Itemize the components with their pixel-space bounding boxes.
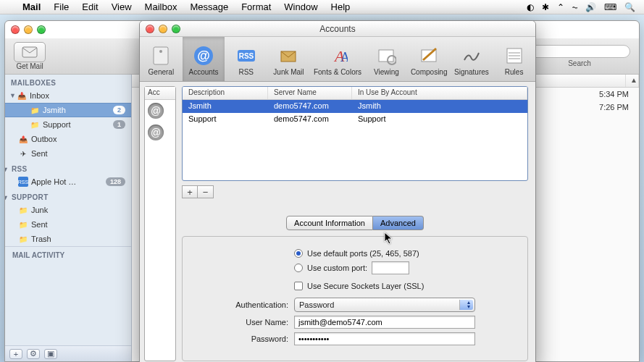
outbox-icon: 📤 [18,134,28,144]
authentication-select[interactable]: Password ▴▾ [294,298,475,312]
volume-icon[interactable]: 🔊 [585,2,596,12]
sidebar-item-label: Apple Hot … [31,177,76,186]
sidebar-item-jsmith[interactable]: 📁 Jsmith 2 [5,103,131,117]
wifi-icon[interactable]: ⌃ [557,2,564,12]
sidebar-item-label: Jsmith [43,106,66,114]
tab-signatures[interactable]: Signatures [451,37,493,81]
mail-activity-label: MAIL ACTIVITY [5,246,131,264]
sidebar-item-label: Junk [31,206,48,214]
account-row[interactable]: @ [145,100,175,122]
menu-help[interactable]: Help [325,1,357,12]
column-header[interactable]: Server Name [268,87,352,99]
search-input[interactable] [529,45,630,58]
sidebar-item-inbox[interactable]: ▼ 📥 Inbox [5,88,131,103]
menu-view[interactable]: View [105,1,138,12]
spotlight-icon[interactable]: 🔍 [624,2,635,12]
menu-mailbox[interactable]: Mailbox [138,1,184,12]
menu-edit[interactable]: Edit [75,1,104,12]
tab-composing[interactable]: Composing [408,37,451,81]
zoom-icon[interactable] [37,25,46,34]
action-button[interactable]: ⚙ [27,349,40,359]
accounts-source-list: Acc @ @ [144,86,176,361]
close-icon[interactable] [11,25,20,34]
svg-text:A: A [340,50,348,64]
tab-viewing[interactable]: Viewing [365,37,408,81]
servers-table: Description Server Name In Use By Accoun… [182,86,528,181]
tab-general[interactable]: General [140,37,183,81]
input-icon[interactable]: ⌨ [604,2,616,12]
menu-file[interactable]: File [47,1,75,12]
menu-window[interactable]: Window [277,1,324,12]
password-field[interactable] [294,332,475,345]
mailbox-icon: 📁 [30,119,40,130]
tab-account-information[interactable]: Account Information [286,216,373,230]
tab-accounts[interactable]: @Accounts [183,37,225,81]
mailbox-icon: 📁 [30,105,40,115]
remove-server-button[interactable]: − [198,185,214,198]
sidebar-item-label: Outbox [31,135,57,143]
sidebar-item-sent[interactable]: ✈ Sent [5,146,131,161]
tab-junk-mail[interactable]: Junk Mail [267,37,310,81]
sidebar-item-apple-hot[interactable]: RSS Apple Hot … 128 [5,174,131,189]
sidebar-item-support[interactable]: 📁 Support 1 [5,117,131,132]
svg-text:RSS: RSS [238,52,254,60]
section-support: ▼ SUPPORT [5,189,131,203]
svg-text:@: @ [197,49,210,63]
ssl-checkbox[interactable] [294,282,303,290]
sidebar-item-trash[interactable]: 📁 Trash [5,232,131,246]
minimize-icon[interactable] [24,25,33,34]
sidebar-item-label: Sent [31,220,48,229]
airport-icon[interactable]: ⏦ [572,2,577,12]
inbox-icon: 📥 [17,90,27,101]
sort-icon[interactable]: ▲ [626,75,639,87]
ssl-label: Use Secure Sockets Layer (SSL) [307,282,424,290]
password-label: Password: [193,334,294,343]
tab-rss[interactable]: RSSRSS [225,37,267,81]
sidebar-item-junk[interactable]: 📁 Junk [5,203,131,217]
column-header[interactable]: In Use By Account [352,87,527,99]
get-mail-label: Get Mail [16,62,43,70]
disclosure-icon[interactable]: ▼ [4,166,9,173]
tab-fonts-colors[interactable]: AAFonts & Colors [310,37,365,81]
at-icon: @ [148,125,164,140]
authentication-label: Authentication: [193,300,294,309]
username-label: User Name: [193,318,294,327]
custom-port-radio[interactable] [294,264,303,272]
sidebar-item-label: Support [43,120,71,129]
account-row[interactable]: @ [145,122,175,143]
disclosure-icon[interactable]: ▼ [9,92,17,99]
sidebar-item-outbox[interactable]: 📤 Outbox [5,132,131,146]
tray-icon[interactable]: ◐ [527,2,534,12]
menu-message[interactable]: Message [183,1,235,12]
get-mail-button[interactable]: Get Mail [14,42,46,70]
unread-badge: 128 [106,177,125,186]
bluetooth-icon[interactable]: ✱ [542,2,549,12]
sidebar-item-label: Inbox [30,91,49,100]
sent-icon: ✈ [18,148,28,159]
chevron-updown-icon: ▴▾ [467,300,470,309]
sidebar-item-sent2[interactable]: 📁 Sent [5,217,131,232]
show-button[interactable]: ▣ [44,349,57,359]
tab-rules[interactable]: Rules [493,37,535,81]
svg-rect-0 [22,47,37,57]
table-row[interactable]: Support demo5747.com Support [183,113,527,126]
unread-badge: 2 [113,106,125,114]
rss-icon: RSS [18,177,28,187]
unread-badge: 1 [113,120,125,129]
column-header[interactable]: Acc [145,87,175,100]
username-field[interactable] [294,316,475,329]
tab-advanced[interactable]: Advanced [373,216,424,230]
custom-port-label: Use custom port: [307,264,367,272]
section-rss: ▼ RSS [5,161,131,174]
table-row[interactable]: Jsmith demo5747.com Jsmith [183,100,527,113]
prefs-toolbar: General @Accounts RSSRSS Junk Mail AAFon… [140,37,535,82]
default-ports-radio[interactable] [294,249,303,258]
custom-port-field[interactable] [372,261,409,274]
column-header[interactable]: Description [183,87,268,99]
app-menu[interactable]: Mail [16,1,47,12]
add-button[interactable]: + [9,349,22,359]
add-server-button[interactable]: + [182,185,198,198]
sidebar-item-label: Sent [31,149,48,158]
disclosure-icon[interactable]: ▼ [4,194,9,201]
menu-format[interactable]: Format [235,1,277,12]
